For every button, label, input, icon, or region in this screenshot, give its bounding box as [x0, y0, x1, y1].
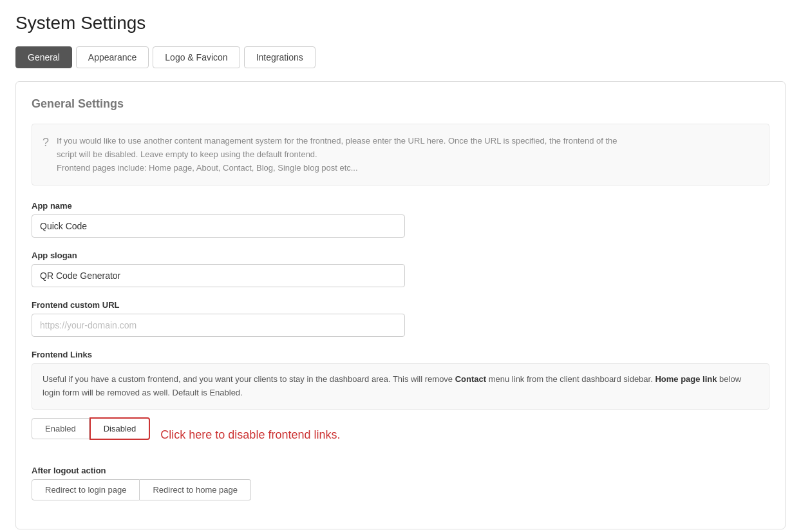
after-logout-toggle: Redirect to login page Redirect to home …: [32, 479, 769, 500]
app-slogan-group: App slogan: [32, 251, 769, 287]
tab-appearance[interactable]: Appearance: [76, 46, 149, 68]
page-title: System Settings: [15, 13, 786, 33]
info-icon: ?: [42, 136, 49, 149]
frontend-url-group: Frontend custom URL: [32, 300, 769, 337]
frontend-links-label: Frontend Links: [32, 350, 769, 359]
disable-hint: Click here to disable frontend links.: [160, 428, 340, 442]
after-logout-label: After logout action: [32, 466, 769, 475]
after-logout-group: After logout action Redirect to login pa…: [32, 466, 769, 500]
frontend-links-info: Useful if you have a custom frontend, an…: [32, 363, 769, 410]
info-box: ? If you would like to use another conte…: [32, 124, 769, 185]
app-slogan-input[interactable]: [32, 264, 405, 287]
frontend-links-disabled-btn[interactable]: Disabled: [90, 417, 151, 440]
frontend-links-toggle-row: Enabled Disabled Click here to disable f…: [32, 417, 769, 453]
frontend-links-toggle: Enabled Disabled: [32, 417, 150, 440]
redirect-home-btn[interactable]: Redirect to home page: [140, 479, 251, 500]
tabs-bar: General Appearance Logo & Favicon Integr…: [15, 46, 786, 68]
app-name-input[interactable]: [32, 214, 405, 238]
frontend-links-section: Frontend Links Useful if you have a cust…: [32, 350, 769, 453]
info-box-text: If you would like to use another content…: [57, 135, 617, 175]
frontend-url-label: Frontend custom URL: [32, 300, 769, 310]
app-name-label: App name: [32, 201, 769, 211]
tab-logo-favicon[interactable]: Logo & Favicon: [153, 46, 240, 68]
frontend-links-enabled-btn[interactable]: Enabled: [32, 418, 90, 439]
settings-card: General Settings ? If you would like to …: [15, 81, 786, 529]
app-name-group: App name: [32, 201, 769, 238]
tab-general[interactable]: General: [15, 46, 72, 68]
tab-integrations[interactable]: Integrations: [244, 46, 316, 68]
section-title: General Settings: [32, 97, 769, 111]
app-slogan-label: App slogan: [32, 251, 769, 260]
frontend-url-input[interactable]: [32, 314, 405, 337]
redirect-login-btn[interactable]: Redirect to login page: [32, 479, 140, 500]
